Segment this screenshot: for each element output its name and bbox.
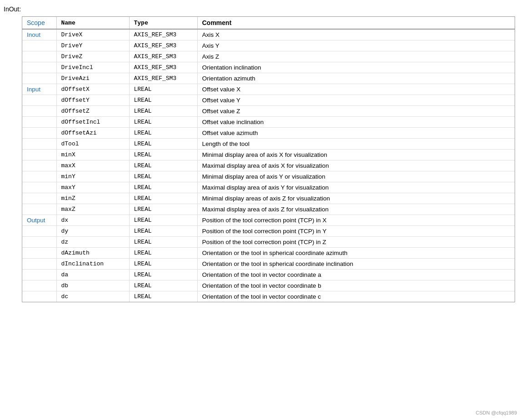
table-row: dzLREALPosition of the tool correction p… xyxy=(22,237,515,248)
cell-scope xyxy=(22,128,56,139)
cell-scope xyxy=(22,248,56,259)
cell-comment: Orientation of the tool in vector coordi… xyxy=(197,280,515,291)
cell-name: maxY xyxy=(56,182,129,193)
cell-comment: Offset value azimuth xyxy=(197,128,515,139)
cell-scope: Output xyxy=(22,215,56,226)
cell-scope xyxy=(22,117,56,128)
cell-type: LREAL xyxy=(129,193,197,204)
cell-comment: Orientation of the tool in vector coordi… xyxy=(197,291,515,302)
cell-type: LREAL xyxy=(129,215,197,226)
cell-type: LREAL xyxy=(129,128,197,139)
cell-type: LREAL xyxy=(129,160,197,171)
cell-type: AXIS_REF_SM3 xyxy=(129,29,197,40)
cell-comment: Minimal display area of axis X for visua… xyxy=(197,150,515,160)
cell-comment: Offset value inclination xyxy=(197,117,515,128)
cell-type: LREAL xyxy=(129,139,197,150)
table-header-row: Scope Name Type Comment xyxy=(22,17,515,29)
table-row: DriveZAXIS_REF_SM3Axis Z xyxy=(22,51,515,62)
cell-name: maxX xyxy=(56,160,129,171)
data-table: Scope Name Type Comment InoutDriveXAXIS_… xyxy=(22,17,515,302)
cell-type: LREAL xyxy=(129,117,197,128)
table-row: dyLREALPosition of the tool correction p… xyxy=(22,226,515,237)
table-row: minYLREALMinimal display area of axis Y … xyxy=(22,171,515,182)
scope-value: Inout xyxy=(27,31,40,38)
cell-name: da xyxy=(56,270,129,280)
cell-type: LREAL xyxy=(129,95,197,106)
cell-scope xyxy=(22,237,56,248)
cell-name: DriveZ xyxy=(56,51,129,62)
cell-type: LREAL xyxy=(129,280,197,291)
cell-comment: Position of the tool correction point (T… xyxy=(197,226,515,237)
table-row: dToolLREALLength of the tool xyxy=(22,139,515,150)
cell-comment: Position of the tool correction point (T… xyxy=(197,215,515,226)
cell-comment: Maximal display area of axis Z for visua… xyxy=(197,204,515,215)
cell-scope xyxy=(22,226,56,237)
table-row: daLREALOrientation of the tool in vector… xyxy=(22,270,515,280)
cell-type: LREAL xyxy=(129,237,197,248)
cell-comment: Offset value Y xyxy=(197,95,515,106)
table-row: maxYLREALMaximal display area of axis Y … xyxy=(22,182,515,193)
table-row: maxZLREALMaximal display area of axis Z … xyxy=(22,204,515,215)
cell-type: AXIS_REF_SM3 xyxy=(129,51,197,62)
cell-comment: Minimal display area of axis Y or visual… xyxy=(197,171,515,182)
cell-comment: Maximal display area of axis X for visua… xyxy=(197,160,515,171)
cell-comment: Position of the tool correction point (T… xyxy=(197,237,515,248)
cell-name: DriveIncl xyxy=(56,62,129,73)
table-row: maxXLREALMaximal display area of axis X … xyxy=(22,160,515,171)
cell-scope xyxy=(22,182,56,193)
watermark: CSDN @cfqq1989 xyxy=(476,410,517,415)
cell-type: AXIS_REF_SM3 xyxy=(129,73,197,84)
cell-comment: Length of the tool xyxy=(197,139,515,150)
cell-name: dy xyxy=(56,226,129,237)
table-row: InoutDriveXAXIS_REF_SM3Axis X xyxy=(22,29,515,40)
cell-type: LREAL xyxy=(129,106,197,117)
cell-name: dc xyxy=(56,291,129,302)
cell-comment: Minimal display areas of axis Z for visu… xyxy=(197,193,515,204)
cell-scope xyxy=(22,291,56,302)
section-label: InOut: xyxy=(4,5,522,13)
table-row: OutputdxLREALPosition of the tool correc… xyxy=(22,215,515,226)
cell-scope: Inout xyxy=(22,29,56,40)
cell-scope xyxy=(22,40,56,51)
header-type: Type xyxy=(129,17,197,29)
cell-name: DriveX xyxy=(56,29,129,40)
cell-name: dOffsetX xyxy=(56,84,129,95)
cell-scope xyxy=(22,270,56,280)
cell-type: LREAL xyxy=(129,259,197,270)
table-row: minXLREALMinimal display area of axis X … xyxy=(22,150,515,160)
cell-scope xyxy=(22,204,56,215)
cell-comment: Maximal display area of axis Y for visua… xyxy=(197,182,515,193)
header-name: Name xyxy=(56,17,129,29)
cell-name: dInclination xyxy=(56,259,129,270)
page-container: InOut: Scope Name Type Comment InoutDriv… xyxy=(0,0,526,306)
cell-type: AXIS_REF_SM3 xyxy=(129,62,197,73)
cell-comment: Orientation or the tool in spherical coo… xyxy=(197,248,515,259)
cell-type: LREAL xyxy=(129,150,197,160)
table-row: dcLREALOrientation of the tool in vector… xyxy=(22,291,515,302)
cell-type: LREAL xyxy=(129,171,197,182)
cell-scope xyxy=(22,139,56,150)
cell-scope xyxy=(22,73,56,84)
cell-name: dOffsetZ xyxy=(56,106,129,117)
header-scope: Scope xyxy=(22,17,56,29)
cell-name: DriveY xyxy=(56,40,129,51)
cell-comment: Orientation azimuth xyxy=(197,73,515,84)
table-row: minZLREALMinimal display areas of axis Z… xyxy=(22,193,515,204)
cell-comment: Offset value X xyxy=(197,84,515,95)
cell-name: dAzimuth xyxy=(56,248,129,259)
cell-scope xyxy=(22,95,56,106)
cell-scope xyxy=(22,160,56,171)
cell-comment: Axis X xyxy=(197,29,515,40)
cell-type: LREAL xyxy=(129,182,197,193)
cell-type: LREAL xyxy=(129,84,197,95)
cell-scope xyxy=(22,280,56,291)
cell-scope xyxy=(22,62,56,73)
table-row: dAzimuthLREALOrientation or the tool in … xyxy=(22,248,515,259)
scope-value: Output xyxy=(27,217,45,224)
cell-type: LREAL xyxy=(129,248,197,259)
table-row: dbLREALOrientation of the tool in vector… xyxy=(22,280,515,291)
cell-scope xyxy=(22,106,56,117)
cell-name: DriveAzi xyxy=(56,73,129,84)
cell-type: LREAL xyxy=(129,291,197,302)
cell-name: dx xyxy=(56,215,129,226)
